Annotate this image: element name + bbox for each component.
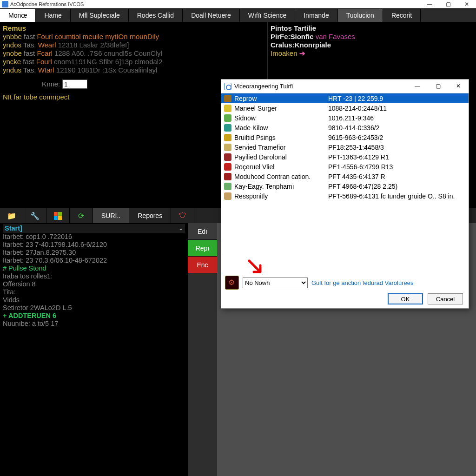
toolbar-icon-windows[interactable] [46, 208, 70, 223]
item-icon [224, 114, 231, 122]
log-row: yndos Tas. Wearl 12318 Laslar 2/38lefeI] [3, 41, 264, 49]
action-enc-button[interactable]: Enc [188, 257, 217, 273]
term-line: Itarbet: 27Jan.8.2975.30 [3, 249, 185, 257]
action-rep-button[interactable]: Repı [188, 240, 217, 257]
list-item[interactable]: Kay-Eagy. TenphamıPFT 4968-6:47(28 2.25) [221, 181, 469, 191]
toolbar-icon-shield[interactable]: 🛡 [171, 208, 194, 223]
app-icon [2, 1, 8, 7]
tab-wifi[interactable]: Wıfïı Science [240, 9, 295, 22]
mode-select[interactable]: No Nowh [243, 277, 308, 288]
dialog-app-icon [224, 83, 231, 90]
ok-button[interactable]: OK [388, 293, 423, 304]
terminal-scroll-icon[interactable]: ⌄ [178, 225, 183, 232]
list-item[interactable]: Roçeruel VlielPE1-4556-6:4799 R13 [221, 162, 469, 172]
item-icon [224, 173, 231, 180]
term-line: # Pullse Stond [3, 264, 185, 272]
main-title: AcOdpodne Reforrations IVCOS [10, 1, 420, 7]
main-window: AcOdpodne Reforrations IVCOS — ▢ ✕ Monœ … [0, 0, 476, 476]
term-line: Offersion 8 [3, 280, 185, 288]
dialog-window: Viceorangeering Tulrfi — ▢ ✕ ReprowHRT -… [221, 79, 469, 309]
list-item[interactable]: ReprowHRT -23 | 22 259.9 [221, 93, 469, 103]
term-line: Itarbet: 23 7-40.1798.140.6-6/2120 [3, 241, 185, 249]
term-line: Nuunıbe: a to/5 17 [3, 320, 185, 328]
toolbar-icon-folder[interactable]: 📁 [0, 208, 23, 223]
dialog-titlebar: Viceorangeering Tulrfi — ▢ ✕ [221, 79, 469, 93]
term-line: Vidds [3, 296, 185, 304]
dialog-maximize-button[interactable]: ▢ [428, 79, 448, 93]
term-line: + ADDTERUEN 6 [3, 312, 185, 320]
terminal-header: Start] ⌄ [3, 224, 185, 233]
kme-field-row: Kıme: [42, 79, 87, 89]
list-item[interactable]: Servied TramefiorPF18:253-1:4458/3 [221, 142, 469, 152]
refresh-icon: ⟳ [78, 212, 84, 220]
item-icon [224, 183, 231, 190]
log-row: ynbbe fast Fourl coumtiol meuile mytIOn … [3, 33, 264, 41]
tab-doall[interactable]: Doall Netuere [183, 9, 240, 22]
item-icon [224, 105, 231, 112]
term-line: Setiretor 2WALo2D L.5 [3, 304, 185, 312]
dialog-list[interactable]: ReprowHRT -23 | 22 259.9 Maneel Surger10… [221, 93, 469, 272]
maximize-button[interactable]: ▢ [439, 0, 457, 8]
list-item[interactable]: Made Kilow9810-414-0:336/2 [221, 123, 469, 132]
info-line: PirFe:Sionfic van Favases [271, 33, 473, 41]
dialog-footer-row2: OK Cancel [225, 293, 465, 304]
toolbar-suri-button[interactable]: SURI.. [93, 208, 129, 223]
log-heading: Remus [3, 24, 264, 33]
main-titlebar: AcOdpodne Reforrations IVCOS — ▢ ✕ [0, 0, 476, 8]
terminal-title: Start] [5, 225, 22, 232]
kme-label: Kıme: [42, 80, 60, 88]
close-button[interactable]: ✕ [457, 0, 476, 8]
dialog-close-button[interactable]: ✕ [448, 79, 469, 93]
dialog-footer-row1: No Nowh Gult for ge anction fedurad Varo… [225, 276, 465, 290]
action-sidebar: Edı Repı Enc [188, 223, 217, 476]
folder-icon: 📁 [7, 212, 16, 220]
term-line: Itarbet: cop1.0 .722016 [3, 233, 185, 241]
dialog-footer: No Nowh Gult for ge anction fedurad Varo… [221, 272, 469, 308]
log-row: yncke fast Fourl cnom1191NG Sfibr 6]13p … [3, 58, 264, 66]
dialog-minimize-button[interactable]: — [407, 79, 428, 93]
tab-mfl[interactable]: Mfl Suplecıale [71, 9, 129, 22]
tab-inmande[interactable]: Inmande [295, 9, 337, 22]
windows-icon [54, 212, 62, 220]
cancel-button[interactable]: Cancel [428, 293, 463, 304]
item-icon [224, 95, 231, 102]
action-edit-button[interactable]: Edı [188, 223, 217, 240]
info-line: Cralus:Knonrpiale [271, 41, 473, 49]
footer-gear-icon [225, 276, 239, 290]
log-row: ynobe fast Fcarl 1288 A60. .7S6 cnundl5s… [3, 49, 264, 58]
item-icon [224, 134, 231, 141]
tab-bar: Monœ Hame Mfl Suplecıale Rodes Callid Do… [0, 8, 476, 22]
tab-hame[interactable]: Hame [36, 9, 70, 22]
kme-input[interactable] [62, 79, 87, 89]
list-item[interactable]: Bruiltid Psings9615-963-6:2453/2 [221, 132, 469, 142]
item-icon [224, 163, 231, 171]
toolbar-repores-button[interactable]: Repores [129, 208, 171, 223]
dialog-title: Viceorangeering Tulrfi [234, 83, 407, 90]
log-row: yndus Tas. Wtarl 12190 1081Dr :1Sx Cousa… [3, 66, 264, 74]
item-icon [224, 124, 231, 132]
minimize-button[interactable]: — [420, 0, 439, 8]
list-item[interactable]: Moduhcod Contran cation.PFT 4435-6:4137 … [221, 172, 469, 181]
list-item[interactable]: Payilied DarolonalPFT-1363-6:4129 R1 [221, 152, 469, 162]
term-line: Iraba tos rolles1: [3, 272, 185, 280]
item-icon [224, 144, 231, 151]
wrench-icon: 🔧 [30, 212, 40, 220]
term-line: Tita: [3, 288, 185, 296]
item-icon [224, 153, 231, 161]
info-line: Pintos Tartilie [271, 24, 473, 33]
item-icon [224, 192, 231, 200]
terminal-pane: Start] ⌄ Itarbet: cop1.0 .722016 Itarbet… [0, 223, 188, 476]
tab-rodes[interactable]: Rodes Callid [129, 9, 183, 22]
footer-link[interactable]: Gult for ge anction fedurad Varolurees [311, 279, 413, 286]
arrow-icon: ➔ [299, 49, 305, 57]
toolbar-icon-wrench[interactable]: 🔧 [23, 208, 46, 223]
term-line: Itarbet: 23 70.3.6/06.10-48-672022 [3, 257, 185, 264]
tab-tuolucion[interactable]: Tuolucion [338, 9, 383, 22]
toolbar-icon-refresh[interactable]: ⟳ [70, 208, 93, 223]
list-item[interactable]: RessponitlyPFT-5689-6:4131 fc tunder gru… [221, 191, 469, 201]
info-line: Imoaken ➔ [271, 49, 473, 58]
tab-monoe[interactable]: Monœ [0, 9, 36, 22]
list-item[interactable]: Sidnow1016.211-9:346 [221, 113, 469, 123]
list-item[interactable]: Maneel Surger1088-214-0:2448/11 [221, 103, 469, 113]
tab-recorit[interactable]: Recorit [383, 9, 421, 22]
